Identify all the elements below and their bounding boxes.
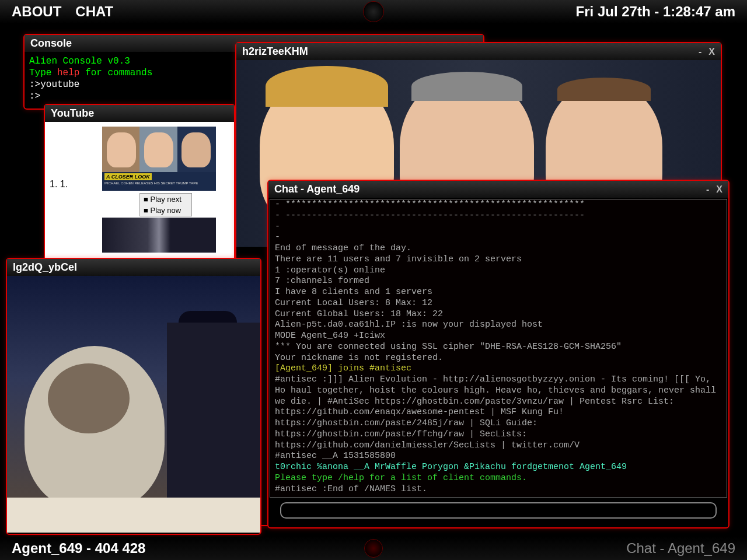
chat-line: Current Local Users: 8 Max: 12 xyxy=(275,298,722,309)
topbar: ABOUT CHAT Fri Jul 27th - 1:28:47 am xyxy=(0,0,747,23)
youtube-list-nums: 1. 1. xyxy=(50,127,102,260)
video2-titlebar[interactable]: Ig2dQ_ybCeI xyxy=(7,259,260,276)
chat-line: Alien-p5t.da0.ea61hl.IP :is now your dis… xyxy=(275,320,722,331)
youtube-thumbnail[interactable]: A CLOSER LOOK MICHAEL COHEN RELEASES HIS… xyxy=(102,127,216,191)
menu-play-next[interactable]: ■ Play next xyxy=(140,194,191,205)
chat-line: Current Global Users: 18 Max: 22 xyxy=(275,309,722,320)
video2-content[interactable] xyxy=(7,276,260,533)
thumb-banner-title: A CLOSER LOOK xyxy=(104,173,152,180)
alien-emblem-icon xyxy=(363,1,384,22)
main-video-title: h2rizTeeKHM xyxy=(242,46,308,58)
chat-line: There are 11 users and 7 invisible on 2 … xyxy=(275,254,722,265)
chat-line: End of message of the day. xyxy=(275,243,722,254)
console-help-word: help xyxy=(57,68,79,78)
chat-line: #antisec __A 1531585800 xyxy=(275,451,722,462)
chat-minimize-button[interactable]: - xyxy=(706,184,709,195)
youtube-titlebar[interactable]: YouTube xyxy=(45,105,234,122)
bottom-emblem-icon xyxy=(364,539,383,558)
chat-line: [Agent_649] joins #antisec xyxy=(275,363,722,374)
close-button[interactable]: X xyxy=(708,47,715,57)
youtube-window[interactable]: YouTube 1. 1. A CLOSER LOOK MICHAEL COHE… xyxy=(44,104,235,265)
video2-window[interactable]: Ig2dQ_ybCeI xyxy=(6,258,261,535)
chat-line: I have 8 clients and 1 servers xyxy=(275,287,722,298)
chat-line: Please type /help for a list of client c… xyxy=(275,473,722,484)
main-video-titlebar[interactable]: h2rizTeeKHM - X xyxy=(236,43,721,60)
chat-title: Chat - Agent_649 xyxy=(274,183,359,195)
chat-line: - xyxy=(275,232,722,243)
status-left: Agent_649 - 404 428 xyxy=(12,540,145,556)
nav-chat[interactable]: CHAT xyxy=(75,4,113,20)
bottombar: Agent_649 - 404 428 Chat - Agent_649 xyxy=(0,537,747,560)
chat-log[interactable]: - **************************************… xyxy=(270,199,727,498)
chat-line: #antisec :End of /NAMES list. xyxy=(275,484,722,495)
chat-line: 1 :operator(s) online xyxy=(275,265,722,276)
clock: Fri Jul 27th - 1:28:47 am xyxy=(576,4,735,20)
status-right[interactable]: Chat - Agent_649 xyxy=(626,540,735,556)
console-line: Type xyxy=(29,68,57,78)
youtube-thumbnail-2[interactable] xyxy=(102,218,216,253)
chat-line: MODE Agent_649 +Iciwx xyxy=(275,331,722,342)
console-prompt: :> xyxy=(29,91,40,102)
chat-line: #antisec :]]] Alien Evolution - http://a… xyxy=(275,374,722,451)
youtube-context-menu: ■ Play next ■ Play now xyxy=(139,193,192,216)
chat-close-button[interactable]: X xyxy=(716,184,722,195)
chat-line: - xyxy=(275,222,722,233)
nav-about[interactable]: ABOUT xyxy=(12,4,61,20)
menu-play-now[interactable]: ■ Play now xyxy=(140,205,191,216)
minimize-button[interactable]: - xyxy=(699,47,701,57)
chat-line: - --------------------------------------… xyxy=(275,211,722,222)
console-line: Alien Console v0.3 xyxy=(29,56,130,66)
youtube-body: 1. 1. A CLOSER LOOK MICHAEL COHEN RELEAS… xyxy=(45,122,234,265)
chat-window[interactable]: Chat - Agent_649 - X - *****************… xyxy=(267,180,729,528)
thumb-banner-sub: MICHAEL COHEN RELEASES HIS SECRET TRUMP … xyxy=(104,181,198,185)
chat-line: 7 :channels formed xyxy=(275,276,722,287)
chat-line: - **************************************… xyxy=(275,200,722,211)
chat-input[interactable] xyxy=(280,502,717,519)
console-input-echo: :>youtube xyxy=(29,79,79,90)
console-line: for commands xyxy=(79,68,152,78)
console-title: Console xyxy=(30,37,72,50)
youtube-title: YouTube xyxy=(51,107,94,120)
chat-line: Your nickname is not registered. xyxy=(275,353,722,364)
chat-titlebar[interactable]: Chat - Agent_649 - X xyxy=(268,181,728,198)
chat-line: *** You are connected using SSL cipher "… xyxy=(275,342,722,353)
chat-line: t0rchic %anona __A MrWaffle Porygon &Pik… xyxy=(275,462,722,473)
video2-title: Ig2dQ_ybCeI xyxy=(13,261,77,274)
